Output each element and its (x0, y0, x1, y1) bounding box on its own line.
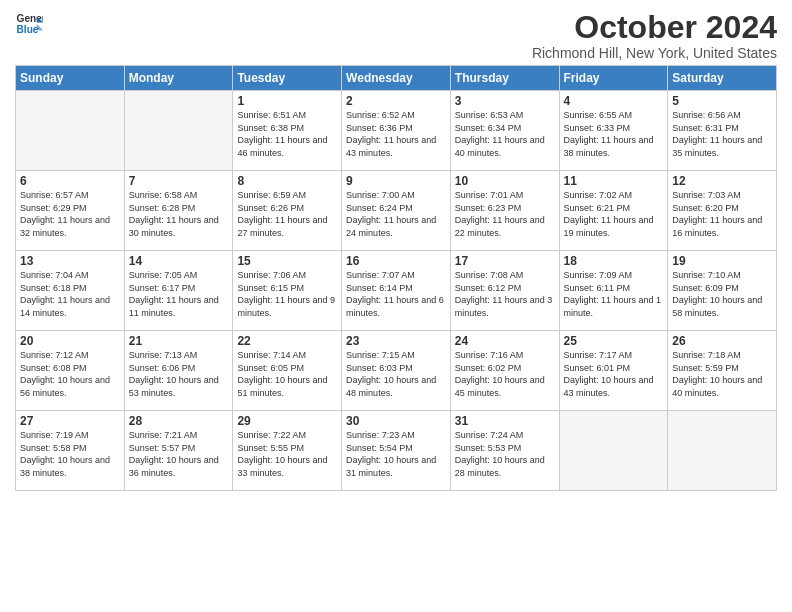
title-area: October 2024 Richmond Hill, New York, Un… (532, 10, 777, 61)
day-info: Sunrise: 7:15 AMSunset: 6:03 PMDaylight:… (346, 349, 446, 399)
calendar-cell: 3Sunrise: 6:53 AMSunset: 6:34 PMDaylight… (450, 91, 559, 171)
day-number: 22 (237, 334, 337, 348)
day-info: Sunrise: 7:23 AMSunset: 5:54 PMDaylight:… (346, 429, 446, 479)
day-info: Sunrise: 6:56 AMSunset: 6:31 PMDaylight:… (672, 109, 772, 159)
day-info: Sunrise: 7:03 AMSunset: 6:20 PMDaylight:… (672, 189, 772, 239)
calendar-cell: 26Sunrise: 7:18 AMSunset: 5:59 PMDayligh… (668, 331, 777, 411)
calendar-cell: 7Sunrise: 6:58 AMSunset: 6:28 PMDaylight… (124, 171, 233, 251)
calendar-cell: 8Sunrise: 6:59 AMSunset: 6:26 PMDaylight… (233, 171, 342, 251)
day-number: 6 (20, 174, 120, 188)
day-info: Sunrise: 6:55 AMSunset: 6:33 PMDaylight:… (564, 109, 664, 159)
day-number: 27 (20, 414, 120, 428)
calendar-cell: 5Sunrise: 6:56 AMSunset: 6:31 PMDaylight… (668, 91, 777, 171)
day-info: Sunrise: 6:51 AMSunset: 6:38 PMDaylight:… (237, 109, 337, 159)
day-info: Sunrise: 6:58 AMSunset: 6:28 PMDaylight:… (129, 189, 229, 239)
day-number: 11 (564, 174, 664, 188)
day-info: Sunrise: 7:12 AMSunset: 6:08 PMDaylight:… (20, 349, 120, 399)
calendar-cell: 4Sunrise: 6:55 AMSunset: 6:33 PMDaylight… (559, 91, 668, 171)
day-info: Sunrise: 7:16 AMSunset: 6:02 PMDaylight:… (455, 349, 555, 399)
calendar-cell: 13Sunrise: 7:04 AMSunset: 6:18 PMDayligh… (16, 251, 125, 331)
day-info: Sunrise: 6:53 AMSunset: 6:34 PMDaylight:… (455, 109, 555, 159)
calendar-cell: 23Sunrise: 7:15 AMSunset: 6:03 PMDayligh… (342, 331, 451, 411)
month-title: October 2024 (532, 10, 777, 45)
day-number: 26 (672, 334, 772, 348)
header: General Blue October 2024 Richmond Hill,… (15, 10, 777, 61)
weekday-header-tuesday: Tuesday (233, 66, 342, 91)
logo-icon: General Blue (15, 10, 43, 38)
calendar-cell: 12Sunrise: 7:03 AMSunset: 6:20 PMDayligh… (668, 171, 777, 251)
location-title: Richmond Hill, New York, United States (532, 45, 777, 61)
day-info: Sunrise: 7:21 AMSunset: 5:57 PMDaylight:… (129, 429, 229, 479)
calendar-cell: 16Sunrise: 7:07 AMSunset: 6:14 PMDayligh… (342, 251, 451, 331)
calendar-cell: 28Sunrise: 7:21 AMSunset: 5:57 PMDayligh… (124, 411, 233, 491)
calendar-cell: 29Sunrise: 7:22 AMSunset: 5:55 PMDayligh… (233, 411, 342, 491)
week-row-0: 1Sunrise: 6:51 AMSunset: 6:38 PMDaylight… (16, 91, 777, 171)
calendar-cell: 6Sunrise: 6:57 AMSunset: 6:29 PMDaylight… (16, 171, 125, 251)
calendar-table: SundayMondayTuesdayWednesdayThursdayFrid… (15, 65, 777, 491)
day-number: 9 (346, 174, 446, 188)
day-number: 5 (672, 94, 772, 108)
day-number: 18 (564, 254, 664, 268)
day-number: 17 (455, 254, 555, 268)
calendar-cell: 27Sunrise: 7:19 AMSunset: 5:58 PMDayligh… (16, 411, 125, 491)
day-number: 28 (129, 414, 229, 428)
day-info: Sunrise: 7:17 AMSunset: 6:01 PMDaylight:… (564, 349, 664, 399)
week-row-4: 27Sunrise: 7:19 AMSunset: 5:58 PMDayligh… (16, 411, 777, 491)
day-number: 31 (455, 414, 555, 428)
calendar-cell: 25Sunrise: 7:17 AMSunset: 6:01 PMDayligh… (559, 331, 668, 411)
day-info: Sunrise: 7:02 AMSunset: 6:21 PMDaylight:… (564, 189, 664, 239)
week-row-2: 13Sunrise: 7:04 AMSunset: 6:18 PMDayligh… (16, 251, 777, 331)
calendar-cell: 9Sunrise: 7:00 AMSunset: 6:24 PMDaylight… (342, 171, 451, 251)
calendar-cell: 10Sunrise: 7:01 AMSunset: 6:23 PMDayligh… (450, 171, 559, 251)
day-number: 8 (237, 174, 337, 188)
calendar-cell: 24Sunrise: 7:16 AMSunset: 6:02 PMDayligh… (450, 331, 559, 411)
calendar-cell: 18Sunrise: 7:09 AMSunset: 6:11 PMDayligh… (559, 251, 668, 331)
calendar-cell: 1Sunrise: 6:51 AMSunset: 6:38 PMDaylight… (233, 91, 342, 171)
day-number: 23 (346, 334, 446, 348)
weekday-header-friday: Friday (559, 66, 668, 91)
page: General Blue October 2024 Richmond Hill,… (0, 0, 792, 501)
calendar-cell: 19Sunrise: 7:10 AMSunset: 6:09 PMDayligh… (668, 251, 777, 331)
calendar-cell (16, 91, 125, 171)
day-number: 3 (455, 94, 555, 108)
day-number: 19 (672, 254, 772, 268)
day-info: Sunrise: 7:10 AMSunset: 6:09 PMDaylight:… (672, 269, 772, 319)
day-number: 24 (455, 334, 555, 348)
day-info: Sunrise: 7:07 AMSunset: 6:14 PMDaylight:… (346, 269, 446, 319)
calendar-cell: 17Sunrise: 7:08 AMSunset: 6:12 PMDayligh… (450, 251, 559, 331)
day-info: Sunrise: 6:52 AMSunset: 6:36 PMDaylight:… (346, 109, 446, 159)
day-number: 29 (237, 414, 337, 428)
day-number: 4 (564, 94, 664, 108)
day-info: Sunrise: 7:19 AMSunset: 5:58 PMDaylight:… (20, 429, 120, 479)
day-number: 30 (346, 414, 446, 428)
day-info: Sunrise: 7:04 AMSunset: 6:18 PMDaylight:… (20, 269, 120, 319)
day-info: Sunrise: 7:13 AMSunset: 6:06 PMDaylight:… (129, 349, 229, 399)
day-number: 20 (20, 334, 120, 348)
calendar-cell: 20Sunrise: 7:12 AMSunset: 6:08 PMDayligh… (16, 331, 125, 411)
calendar-cell: 21Sunrise: 7:13 AMSunset: 6:06 PMDayligh… (124, 331, 233, 411)
weekday-header-row: SundayMondayTuesdayWednesdayThursdayFrid… (16, 66, 777, 91)
day-info: Sunrise: 7:00 AMSunset: 6:24 PMDaylight:… (346, 189, 446, 239)
day-info: Sunrise: 7:22 AMSunset: 5:55 PMDaylight:… (237, 429, 337, 479)
weekday-header-thursday: Thursday (450, 66, 559, 91)
weekday-header-monday: Monday (124, 66, 233, 91)
day-number: 14 (129, 254, 229, 268)
calendar-cell: 11Sunrise: 7:02 AMSunset: 6:21 PMDayligh… (559, 171, 668, 251)
calendar-cell (559, 411, 668, 491)
day-info: Sunrise: 7:08 AMSunset: 6:12 PMDaylight:… (455, 269, 555, 319)
logo: General Blue (15, 10, 43, 38)
weekday-header-sunday: Sunday (16, 66, 125, 91)
day-info: Sunrise: 7:14 AMSunset: 6:05 PMDaylight:… (237, 349, 337, 399)
calendar-cell: 31Sunrise: 7:24 AMSunset: 5:53 PMDayligh… (450, 411, 559, 491)
calendar-cell: 22Sunrise: 7:14 AMSunset: 6:05 PMDayligh… (233, 331, 342, 411)
calendar-cell (124, 91, 233, 171)
day-number: 7 (129, 174, 229, 188)
weekday-header-wednesday: Wednesday (342, 66, 451, 91)
day-info: Sunrise: 7:05 AMSunset: 6:17 PMDaylight:… (129, 269, 229, 319)
day-info: Sunrise: 7:24 AMSunset: 5:53 PMDaylight:… (455, 429, 555, 479)
day-number: 1 (237, 94, 337, 108)
day-info: Sunrise: 7:18 AMSunset: 5:59 PMDaylight:… (672, 349, 772, 399)
day-number: 12 (672, 174, 772, 188)
day-number: 25 (564, 334, 664, 348)
day-number: 21 (129, 334, 229, 348)
